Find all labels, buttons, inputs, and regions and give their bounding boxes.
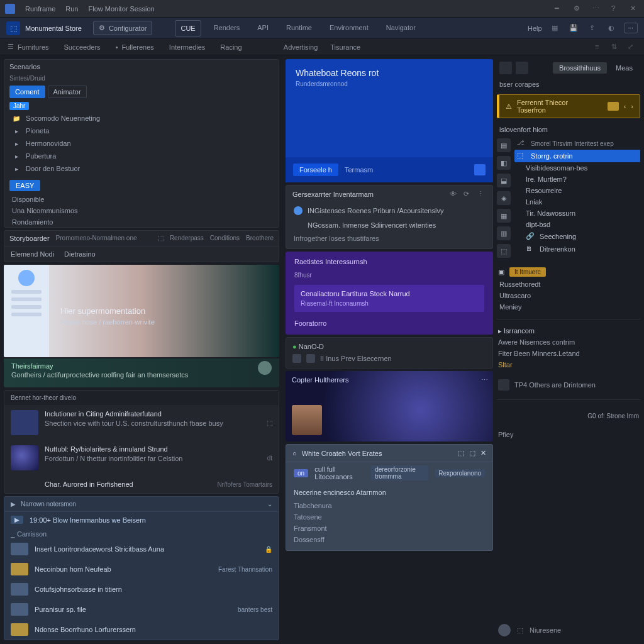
news-item-0[interactable]: Inclutioner in Citing Adminifraterfutand… <box>4 405 279 440</box>
foot2-b[interactable]: Pfiey <box>498 431 513 438</box>
settings-icon[interactable]: ⚙ <box>574 4 582 13</box>
p2-r0[interactable]: Russethoredt <box>497 279 640 290</box>
crumb-2[interactable]: •Fullerenes <box>116 43 154 51</box>
rail-ic-4[interactable]: ◈ <box>497 191 511 205</box>
tree-item-5[interactable]: dipt-bsd <box>523 219 640 230</box>
group-row-0[interactable]: Disponible <box>8 194 275 205</box>
c-primary[interactable]: Brossithihuus <box>553 62 607 74</box>
crumb-4[interactable]: Racing <box>220 43 242 51</box>
alert-chev1[interactable]: ‹ <box>624 103 626 110</box>
tab-environment[interactable]: Environment <box>325 20 374 36</box>
alert-chev2[interactable]: › <box>631 103 633 110</box>
rail-ic-5[interactable]: ▦ <box>497 209 511 223</box>
more-button[interactable]: ··· <box>624 23 638 33</box>
a4-collapse-icon[interactable]: ⌄ <box>267 501 272 508</box>
k3[interactable]: Broothere <box>246 235 274 242</box>
group-row-1[interactable]: Una Nicommunismos <box>8 205 275 216</box>
a4-cat[interactable]: Carrisson <box>17 530 47 538</box>
b6-r1[interactable]: Tatosene <box>294 511 485 523</box>
b6-i1[interactable]: ⬚ <box>458 449 464 457</box>
rail-ic-2[interactable]: ◧ <box>497 156 511 170</box>
crumb-center-0[interactable]: Advertising <box>284 43 318 51</box>
tree-item-2[interactable]: Resourreire <box>523 185 640 196</box>
a4-item-3[interactable]: Puranisur sp. filebanters best <box>4 599 279 619</box>
b6-r3[interactable]: Dossensff <box>294 534 485 545</box>
b1-primary-button[interactable]: Forseele h <box>293 164 338 176</box>
tab-navigator[interactable]: Navigator <box>381 20 421 36</box>
b4-ic1[interactable] <box>292 354 301 363</box>
a4-item-1[interactable]: Necoinbun hom NeufeabFarest Thannsation <box>4 559 279 579</box>
group-row-2[interactable]: Rondamiento <box>8 216 275 228</box>
b6-i3[interactable]: ✕ <box>480 449 486 457</box>
gold-pill[interactable]: It Itmuerc <box>509 267 546 277</box>
renderpass-icon[interactable]: ⬚ <box>158 235 164 242</box>
share-icon[interactable]: ⇪ <box>586 22 599 35</box>
green-strip[interactable]: Theirsfairmay Gontheirs / actifurproctec… <box>4 358 279 387</box>
tb-row2[interactable]: Dietrasino <box>64 250 96 258</box>
news-item-2[interactable]: Char. Aurored in Forfishened Nr/fofers T… <box>4 475 279 493</box>
save-icon[interactable]: 💾 <box>567 22 580 35</box>
crumb-3[interactable]: Intermedies <box>169 43 205 51</box>
b6-pill-on[interactable]: on <box>294 469 308 477</box>
scenario-row-4[interactable]: ▸Door den Bestuor <box>8 162 275 175</box>
refresh-icon[interactable]: ⟳ <box>464 190 472 199</box>
news-item-1[interactable]: Nuttubl: Ry/biolariters & innuland Strun… <box>4 440 279 475</box>
b2-l1[interactable]: INGistenses Roenes Priburn /Acoursitensi… <box>308 207 443 214</box>
crumb-0[interactable]: ☰Furnitures <box>8 43 49 51</box>
tab-api[interactable]: API <box>252 20 274 36</box>
tree-item-4[interactable]: Tir. Ndawossurn <box>523 208 640 219</box>
b6-r0[interactable]: Tiabchenura <box>294 500 485 511</box>
expand-icon[interactable]: ⤢ <box>628 43 636 52</box>
filter-icon[interactable]: ≡ <box>595 43 604 52</box>
k2[interactable]: Conditions <box>210 235 240 242</box>
b6-i2[interactable]: ⬚ <box>469 449 475 457</box>
scenario-row-0[interactable]: 📁Socomodo Neuenneting <box>8 112 275 125</box>
b3-link[interactable]: Fooratorro <box>294 319 484 327</box>
minimize-icon[interactable]: ━ <box>555 4 564 13</box>
tree-item-7[interactable]: 🗎Ditrerenkon <box>523 243 640 255</box>
badge-jahr[interactable]: Jahr <box>9 102 29 110</box>
tab-renders[interactable]: Renders <box>209 20 245 36</box>
scenario-row-2[interactable]: ▸Hermonovidan <box>8 137 275 150</box>
b1-square-button[interactable] <box>474 164 486 175</box>
tab-cue[interactable]: CUE <box>175 20 201 36</box>
b3-box[interactable]: Cenaliactoru Eartitura Stock Narrud Rias… <box>294 285 484 312</box>
alert-banner[interactable]: ⚠ Ferrennt Thiecor Toserfron ‹ › <box>497 94 640 118</box>
c-secondary[interactable]: Meas <box>611 62 638 74</box>
c-ic2[interactable] <box>516 62 528 74</box>
configurator-button[interactable]: ⚙ Configurator <box>93 21 153 35</box>
a4-item-4[interactable]: Ndonse Boorrhuno Lorfurerssern <box>4 619 279 640</box>
c-foot-row[interactable]: TP4 Others are Drintomen <box>497 377 640 393</box>
tree-item-3[interactable]: Lniak <box>523 196 640 208</box>
more-icon[interactable]: ⋯ <box>592 4 601 13</box>
k1[interactable]: Renderpass <box>170 235 204 242</box>
rail-ic-7[interactable]: ⬚ <box>497 244 511 258</box>
crumb-center-1[interactable]: Tisurance <box>330 43 360 51</box>
chip-coment[interactable]: Coment <box>9 86 45 98</box>
rail-ic-3[interactable]: ⬓ <box>497 174 511 187</box>
step-0[interactable]: Awere Nisernces contrim <box>497 336 640 348</box>
tb-row1[interactable]: Elemend Nodi <box>11 250 54 258</box>
crumb-1[interactable]: Succeeders <box>64 43 101 51</box>
b5-more-icon[interactable]: ⋯ <box>481 376 488 384</box>
a4-item-2[interactable]: Cotufsjohnsorbusse in titiern <box>4 579 279 599</box>
b6-sub2[interactable]: Rexporolanono <box>435 469 485 477</box>
tab-runtime[interactable]: Runtime <box>281 20 317 36</box>
topbar-menu-flow[interactable]: Flow Monitor Session <box>88 5 154 13</box>
brand[interactable]: ⬚ Monumental Store <box>6 21 82 35</box>
sort-icon[interactable]: ⇅ <box>611 43 620 52</box>
tree-selected[interactable]: ⬚Storrg. crotrin <box>514 150 640 162</box>
a4-item-0[interactable]: Insert Looritrondaceworst Stricitbass Au… <box>4 539 279 559</box>
help-icon[interactable]: ? <box>611 4 620 13</box>
scenario-row-3[interactable]: ▸Pubertura <box>8 150 275 162</box>
rail-ic-6[interactable]: ▥ <box>497 226 511 240</box>
b6-sub1[interactable]: dereorforzonie trommma <box>371 465 428 480</box>
scenario-row-1[interactable]: ▸Pioneta <box>8 125 275 137</box>
b1-secondary[interactable]: Termasm <box>345 166 373 174</box>
hero-card[interactable]: Hier supermomentation Rosse hose / raeho… <box>4 265 279 357</box>
group-easy[interactable]: EASY <box>9 180 40 191</box>
tree-item-6[interactable]: 🔗Seechening <box>523 230 640 243</box>
b2-l2[interactable]: NGossam. Inmense Sdiirvencert witenties <box>308 221 436 229</box>
p2-r2[interactable]: Meniey <box>497 301 640 313</box>
b4-ic2[interactable] <box>306 354 315 363</box>
